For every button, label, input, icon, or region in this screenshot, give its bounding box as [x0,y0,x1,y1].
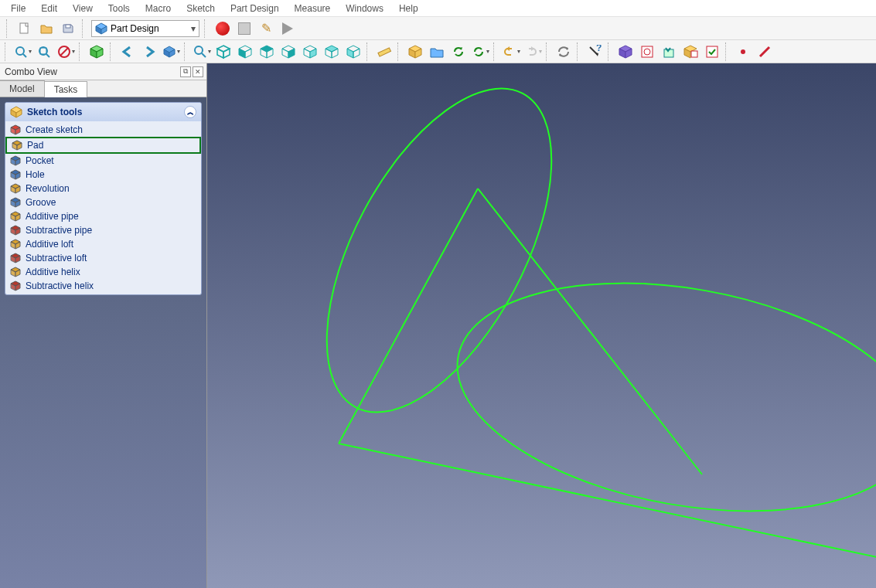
task-label: Subtractive pipe [26,225,92,236]
bottom-view-button[interactable] [322,42,342,62]
measure-button[interactable] [374,42,394,62]
macro-stop-button[interactable] [235,19,254,38]
menu-edit[interactable]: Edit [33,2,65,15]
sketch-tools-list: Create sketchPadPocketHoleRevolutionGroo… [5,121,201,294]
macro-record-button[interactable] [213,19,232,38]
menu-measure[interactable]: Measure [287,2,339,15]
datum-point-button[interactable] [733,42,753,62]
menu-macro[interactable]: Macro [138,2,179,15]
menu-bar: File Edit View Tools Macro Sketch Part D… [0,0,876,17]
main-area: Combo View ⧉ ✕ Model Tasks Sketch tools … [0,63,876,588]
task-subtractive-helix[interactable]: Subtractive helix [5,279,201,293]
macro-play-button[interactable] [278,19,297,38]
isometric-view-button[interactable] [213,42,233,62]
toolbar-separator [397,42,402,61]
nav-back-button[interactable] [118,42,138,62]
create-sketch-button[interactable] [637,42,657,62]
svg-rect-55 [707,46,718,57]
task-pocket[interactable]: Pocket [5,154,201,168]
refresh-button[interactable] [554,42,574,62]
task-create-sketch[interactable]: Create sketch [5,123,201,137]
create-body-button[interactable] [615,42,636,62]
zoom-button[interactable] [192,42,212,62]
menu-view[interactable]: View [65,2,101,15]
validate-sketch-button[interactable] [702,42,722,62]
toolbar-separator [577,42,581,61]
task-subtractive-pipe[interactable]: Subtractive pipe [5,223,201,237]
subtractive-helix-icon [10,280,21,291]
tasks-body: Sketch tools ︽ Create sketchPadPocketHol… [0,97,206,588]
task-hole[interactable]: Hole [5,168,201,182]
task-label: Additive helix [26,267,80,277]
workbench-selector[interactable]: Part Design [91,20,199,37]
undo-button[interactable] [501,42,521,62]
sketch-tools-box: Sketch tools ︽ Create sketchPadPocketHol… [5,102,202,295]
pencil-icon: ✎ [261,21,271,36]
close-icon[interactable]: ✕ [193,66,203,77]
menu-file[interactable]: File [3,2,33,15]
menu-windows[interactable]: Windows [338,2,391,15]
tab-tasks[interactable]: Tasks [44,81,88,97]
svg-line-57 [760,47,769,56]
draw-style-button[interactable] [56,42,76,62]
task-groove[interactable]: Groove [5,195,201,209]
map-sketch-button[interactable] [680,42,700,62]
task-revolution[interactable]: Revolution [5,182,201,195]
svg-marker-34 [310,49,316,58]
menu-help[interactable]: Help [391,2,426,15]
svg-marker-40 [353,49,360,58]
svg-text:?: ? [596,45,602,53]
menu-partdesign[interactable]: Part Design [223,2,287,15]
task-additive-pipe[interactable]: Additive pipe [5,209,201,223]
right-view-button[interactable] [278,42,298,62]
group-button[interactable] [427,42,447,62]
nav-forward-button[interactable] [139,42,159,62]
toolbar-separator [366,42,371,61]
link-make-button[interactable] [448,42,469,62]
whats-this-button[interactable]: ? [585,42,605,62]
left-view-button[interactable] [343,42,363,62]
bounding-box-button[interactable] [87,42,107,62]
menu-tools[interactable]: Tools [101,2,138,15]
combo-view-title-bar[interactable]: Combo View ⧉ ✕ [0,63,206,80]
pocket-icon [10,155,21,166]
save-file-button[interactable] [59,19,77,38]
link-actions-button[interactable] [470,42,490,62]
menu-sketch[interactable]: Sketch [179,2,223,15]
fit-all-button[interactable] [12,42,32,62]
additive-loft-icon [10,239,21,250]
open-file-button[interactable] [37,19,56,38]
combo-view-title: Combo View [5,66,57,77]
task-label: Pad [27,140,43,151]
task-subtractive-loft[interactable]: Subtractive loft [5,251,201,265]
task-additive-helix[interactable]: Additive helix [5,265,201,279]
additive-pipe-icon [10,211,21,222]
front-view-button[interactable] [235,42,255,62]
new-file-button[interactable] [15,19,34,38]
task-label: Hole [26,169,45,180]
tab-model[interactable]: Model [0,80,45,97]
datum-line-button[interactable] [755,42,775,62]
collapse-icon[interactable]: ︽ [184,106,196,118]
edit-sketch-button[interactable] [659,42,679,62]
rear-view-button[interactable] [300,42,320,62]
macro-edit-button[interactable]: ✎ [257,19,275,38]
subtractive-pipe-icon [10,225,21,236]
dock-icon[interactable]: ⧉ [180,66,191,77]
svg-marker-33 [304,49,310,58]
quick-toolbar: Part Design ✎ [0,17,876,40]
link-button[interactable] [161,42,181,62]
part-button[interactable] [405,42,425,62]
top-view-button[interactable] [257,42,277,62]
redo-button[interactable] [523,42,543,62]
svg-point-56 [741,49,745,54]
svg-marker-26 [261,46,273,52]
3d-viewport[interactable] [207,63,876,588]
fit-selection-button[interactable] [34,42,54,62]
record-icon [216,22,230,36]
sketch-tools-header[interactable]: Sketch tools ︽ [5,103,201,121]
svg-marker-24 [239,49,245,58]
toolbar-separator [110,42,114,61]
task-pad[interactable]: Pad [5,137,201,154]
task-additive-loft[interactable]: Additive loft [5,237,201,251]
